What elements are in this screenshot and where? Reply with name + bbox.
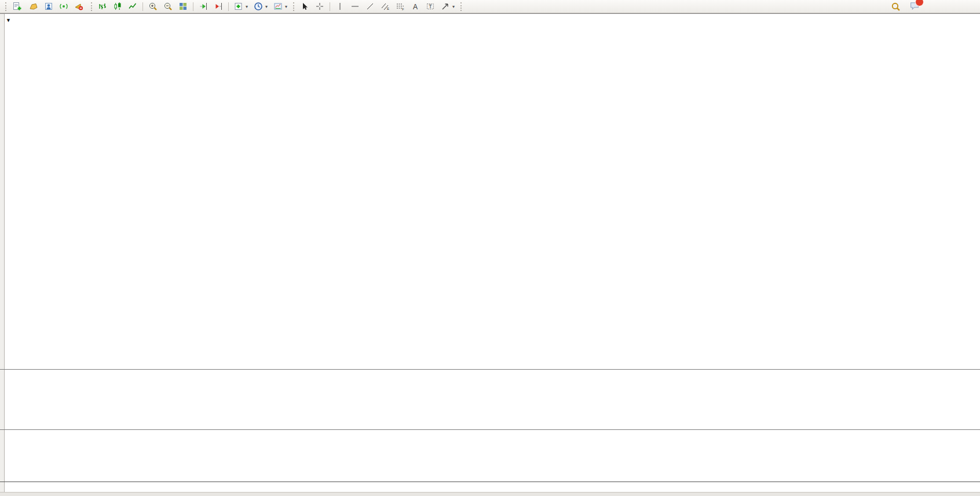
toolbar-separator bbox=[193, 2, 193, 11]
search-icon bbox=[891, 2, 901, 12]
chart-shift-button[interactable] bbox=[211, 1, 225, 12]
channel-tool-button[interactable]: E bbox=[378, 1, 392, 12]
cursor-arrow-icon bbox=[300, 2, 309, 11]
templates-icon bbox=[273, 2, 283, 11]
new-order-icon bbox=[12, 2, 21, 11]
toolbar-group-handle[interactable] bbox=[293, 2, 294, 11]
signals-icon bbox=[59, 2, 68, 11]
arrows-tool-icon bbox=[441, 2, 450, 11]
zoom-in-icon bbox=[148, 2, 158, 11]
toolbar-drag-handle[interactable] bbox=[5, 2, 6, 11]
macd-pane-separator[interactable] bbox=[0, 369, 980, 370]
dropdown-caret-icon: ▾ bbox=[285, 4, 287, 9]
svg-text:T: T bbox=[429, 3, 432, 9]
chat-button[interactable] bbox=[909, 1, 920, 13]
autotrading-button[interactable] bbox=[72, 1, 87, 12]
rsi-pane-separator[interactable] bbox=[0, 429, 980, 430]
toolbar-separator bbox=[142, 2, 143, 11]
signals-button[interactable] bbox=[57, 1, 71, 12]
indicators-button[interactable]: ▾ bbox=[232, 1, 250, 12]
text-label-icon: T bbox=[426, 2, 435, 11]
price-chart-canvas[interactable] bbox=[0, 0, 980, 496]
trendline-icon bbox=[365, 2, 375, 11]
zoom-out-button[interactable] bbox=[161, 1, 175, 12]
svg-text:E: E bbox=[387, 7, 389, 10]
new-order-button[interactable] bbox=[10, 1, 25, 12]
mt4-window: ▾ ▾ ▾ bbox=[0, 0, 980, 496]
toolbar-separator bbox=[330, 2, 330, 11]
arrows-tool-button[interactable]: ▾ bbox=[438, 1, 457, 12]
search-button[interactable] bbox=[888, 1, 903, 12]
svg-text:A: A bbox=[413, 3, 418, 11]
market-watch-button[interactable] bbox=[27, 1, 41, 12]
zoom-out-icon bbox=[163, 2, 173, 11]
dropdown-caret-icon: ▾ bbox=[246, 4, 248, 9]
bar-chart-icon bbox=[98, 2, 107, 11]
toolbar-group-handle[interactable] bbox=[91, 2, 92, 11]
bar-chart-button[interactable] bbox=[96, 1, 109, 12]
svg-text:F: F bbox=[402, 8, 404, 11]
text-label-tool-button[interactable]: T bbox=[423, 1, 437, 12]
dropdown-caret-icon: ▾ bbox=[452, 4, 455, 9]
tile-windows-icon bbox=[178, 2, 188, 11]
vertical-line-tool-button[interactable] bbox=[333, 1, 347, 12]
market-watch-icon bbox=[29, 2, 38, 11]
toolbar-separator bbox=[228, 2, 229, 11]
line-chart-icon bbox=[128, 2, 137, 11]
window-bottom-edge bbox=[0, 492, 980, 496]
text-tool-button[interactable]: A bbox=[408, 1, 422, 12]
text-tool-icon: A bbox=[411, 2, 420, 11]
notification-badge bbox=[915, 0, 924, 6]
crosshair-icon bbox=[315, 2, 324, 11]
tile-windows-button[interactable] bbox=[176, 1, 190, 12]
line-chart-button[interactable] bbox=[126, 1, 140, 12]
autotrading-icon bbox=[74, 2, 83, 11]
candlestick-chart-button[interactable] bbox=[111, 1, 125, 12]
templates-button[interactable]: ▾ bbox=[271, 1, 290, 12]
candlestick-chart-icon bbox=[113, 2, 122, 11]
toolbar: ▾ ▾ ▾ bbox=[0, 0, 980, 13]
fibonacci-icon: F bbox=[396, 2, 405, 11]
auto-scroll-icon bbox=[199, 2, 208, 11]
periods-clock-icon bbox=[254, 2, 263, 11]
periods-button[interactable]: ▾ bbox=[251, 1, 270, 12]
chart-menu-caret-icon[interactable]: ▼ bbox=[6, 17, 11, 23]
time-axis-border bbox=[0, 482, 980, 482]
toolbar-right-tools bbox=[888, 1, 920, 13]
crosshair-tool-button[interactable] bbox=[313, 1, 327, 12]
chart-top-border bbox=[0, 13, 980, 14]
fibonacci-tool-button[interactable]: F bbox=[393, 1, 407, 12]
trendline-tool-button[interactable] bbox=[363, 1, 377, 12]
window-left-edge bbox=[0, 13, 5, 496]
zoom-in-button[interactable] bbox=[146, 1, 160, 12]
horizontal-line-icon bbox=[350, 2, 360, 11]
chart-shift-icon bbox=[214, 2, 223, 11]
auto-scroll-button[interactable] bbox=[196, 1, 210, 12]
horizontal-line-tool-button[interactable] bbox=[348, 1, 362, 12]
data-window-button[interactable] bbox=[42, 1, 56, 12]
vertical-line-icon bbox=[335, 2, 345, 11]
chart-title: ▼ bbox=[6, 16, 17, 23]
data-window-icon bbox=[44, 2, 53, 11]
indicators-icon bbox=[234, 2, 243, 11]
equidistant-channel-icon: E bbox=[381, 2, 390, 11]
toolbar-group-handle[interactable] bbox=[460, 2, 462, 11]
cursor-tool-button[interactable] bbox=[298, 1, 312, 12]
dropdown-caret-icon: ▾ bbox=[265, 4, 268, 9]
